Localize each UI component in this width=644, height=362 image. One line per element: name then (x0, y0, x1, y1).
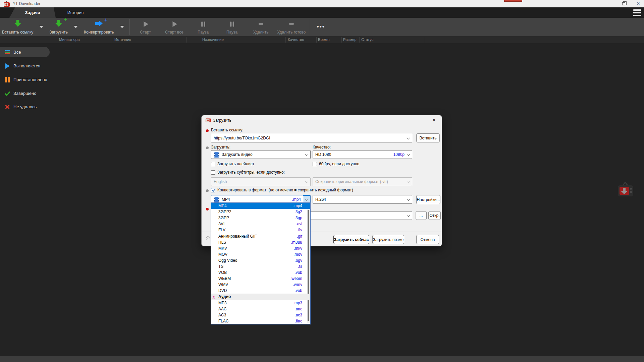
format-option-name: VOB (218, 270, 294, 275)
convert-checkbox[interactable]: Конвертировать в формат: (не отмечено = … (211, 188, 353, 192)
toolbar-button-вставить-ссылку[interactable]: Вставить ссылку (0, 18, 35, 36)
format-option-vob[interactable]: VOB.vob (211, 269, 310, 276)
settings-button[interactable]: Настройки... (416, 195, 440, 204)
chevron-down-icon (405, 178, 412, 186)
format-option-ogg-video[interactable]: Ogg Video.ogv (211, 257, 310, 263)
column-header-3[interactable]: Качество (288, 38, 304, 42)
dialog-close-icon[interactable]: × (430, 117, 438, 124)
codec-combobox[interactable]: H.264 (313, 195, 412, 204)
url-combobox[interactable]: https://youtu.be/TOko1mG2DGI (211, 134, 412, 142)
fps-checkbox-label: 60 fps, если доступно (319, 162, 359, 166)
restore-button[interactable] (621, 1, 627, 7)
fps-checkbox[interactable]: 60 fps, если доступно (313, 162, 359, 166)
format-option-extension: .mp3 (293, 301, 302, 305)
filter-all-icon (4, 50, 11, 54)
format-option-mov[interactable]: MOV.mov (211, 251, 310, 257)
toolbar-dropdown-chevron-icon[interactable] (120, 26, 124, 28)
column-header-4[interactable]: Время (318, 38, 330, 42)
format-option-name: FLAC (218, 319, 295, 323)
column-header-1[interactable]: Источник (114, 38, 131, 42)
checkbox-unchecked-icon[interactable] (313, 162, 317, 166)
close-button[interactable]: × (635, 1, 641, 7)
chevron-down-icon[interactable] (405, 150, 412, 159)
toolbar-button-старт[interactable]: Старт (131, 18, 160, 36)
sidebar-item-не-удалось[interactable]: Не удалось (0, 102, 67, 112)
sidebar-item-все[interactable]: Все (0, 47, 50, 57)
format-option-mkv[interactable]: MKV.mkv (211, 245, 310, 251)
chevron-down-icon[interactable] (303, 150, 310, 159)
section-dot (206, 189, 209, 192)
tab-history[interactable]: История (57, 7, 94, 18)
toolbar-separator (129, 19, 130, 35)
checkbox-unchecked-icon[interactable] (211, 170, 215, 175)
toolbar-button-удалить[interactable]: Удалить (247, 18, 275, 36)
menu-hamburger-icon[interactable] (633, 9, 641, 16)
toolbar-more-button[interactable]: ••• (311, 18, 331, 36)
format-option-name: Ogg Video (218, 258, 294, 263)
toolbar-button-пауза[interactable]: Пауза (189, 18, 218, 36)
toolbar-button-загрузить[interactable]: +Загрузить (47, 18, 70, 36)
toolbar-button-label: Конвертировать (84, 30, 114, 35)
playlist-checkbox[interactable]: Загрузить плейлист (211, 162, 254, 166)
subtitles-checkbox[interactable]: Загрузить субтитры, если доступно: (211, 170, 285, 175)
quality-badge: 1080p (393, 152, 405, 157)
format-option-extension: .3gp (294, 216, 302, 220)
format-option-extension: .m3u8 (291, 240, 302, 245)
chevron-down-icon[interactable] (405, 212, 412, 220)
format-option-dvd[interactable]: DVD.vob (211, 288, 310, 294)
convert-checkbox-label: Конвертировать в формат: (не отмечено = … (217, 188, 353, 192)
toolbar-button-пауза[interactable]: Пауза (218, 18, 247, 36)
format-option-ts[interactable]: TS.ts (211, 263, 310, 269)
sidebar-item-выполняется[interactable]: Выполняется (0, 61, 67, 71)
format-option-avi[interactable]: AVI.avi (211, 221, 310, 227)
format-option-name: TS (218, 264, 298, 269)
download-now-button[interactable]: Загрузить сейчас (333, 235, 369, 244)
checkbox-checked-icon[interactable] (211, 188, 215, 192)
format-option-flac[interactable]: FLAC.flac (211, 318, 310, 324)
open-folder-button[interactable]: Откр. (428, 211, 441, 220)
minimize-button[interactable]: − (606, 1, 612, 7)
download-type-combobox[interactable]: Загрузить видео (211, 150, 311, 159)
toolbar-button-старт-все[interactable]: Старт все (160, 18, 189, 36)
sidebar-item-завершено[interactable]: Завершено (0, 88, 67, 99)
toolbar-dropdown-chevron-icon[interactable] (74, 26, 78, 28)
format-option-mp4[interactable]: MP4.mp4 (211, 203, 310, 209)
format-option-name: DVD (218, 288, 294, 293)
quality-combobox[interactable]: HD 1080 1080p (313, 150, 412, 159)
format-option-webm[interactable]: WEBM.webm (211, 276, 310, 282)
download-later-button[interactable]: Загрузить позже (372, 235, 404, 244)
toolbar-button-конвертировать[interactable]: +Конвертировать (82, 18, 116, 36)
column-header-0[interactable]: Миниатюра (59, 38, 80, 42)
browse-button[interactable]: ... (416, 211, 427, 220)
paste-button[interactable]: Вставить (416, 133, 440, 142)
sidebar-item-приостановлено[interactable]: Приостановлено (0, 74, 67, 85)
column-header-2[interactable]: Назначение (202, 38, 224, 42)
chevron-down-icon[interactable] (405, 134, 412, 142)
format-option-flv[interactable]: FLV.flv (211, 227, 310, 233)
format-value: MP4 (222, 197, 292, 202)
column-header-5[interactable]: Размер (343, 38, 357, 42)
format-option-mp3[interactable]: MP3.mp3 (211, 300, 310, 306)
column-header-6[interactable]: Статус (361, 38, 373, 42)
toolbar-dropdown-chevron-icon[interactable] (39, 26, 43, 28)
format-option-name: MP3 (218, 301, 293, 305)
format-option-extension: .vob (294, 288, 302, 293)
playlist-checkbox-label: Загрузить плейлист (217, 162, 254, 166)
toolbar-button-удалить-готово[interactable]: Удалить готово (275, 18, 308, 36)
format-option-name: Аудио (218, 294, 302, 299)
minus-icon (287, 19, 296, 29)
chevron-down-icon[interactable] (405, 195, 412, 203)
format-option-hls[interactable]: HLS.m3u8 (211, 239, 310, 245)
toolbar-button-label: Старт все (165, 30, 183, 35)
cancel-button[interactable]: Отмена (416, 235, 439, 244)
tab-tasks[interactable]: Задачи (9, 7, 56, 18)
format-option-aac[interactable]: AAC.aac (211, 306, 310, 312)
format-option-wmv[interactable]: WMV.wmv (211, 282, 310, 288)
format-option-extension: .flac (295, 319, 302, 323)
format-option-3gpp[interactable]: 3GPP.3gp (211, 215, 310, 221)
format-option-анимированный-gif[interactable]: Анимированный GIF.gif (211, 233, 310, 239)
format-option-3gpp2[interactable]: 3GPP2.3g2 (211, 209, 310, 215)
format-option-name: HLS (218, 240, 291, 245)
checkbox-unchecked-icon[interactable] (211, 162, 215, 166)
format-option-ac3[interactable]: AC3.ac3 (211, 312, 310, 318)
